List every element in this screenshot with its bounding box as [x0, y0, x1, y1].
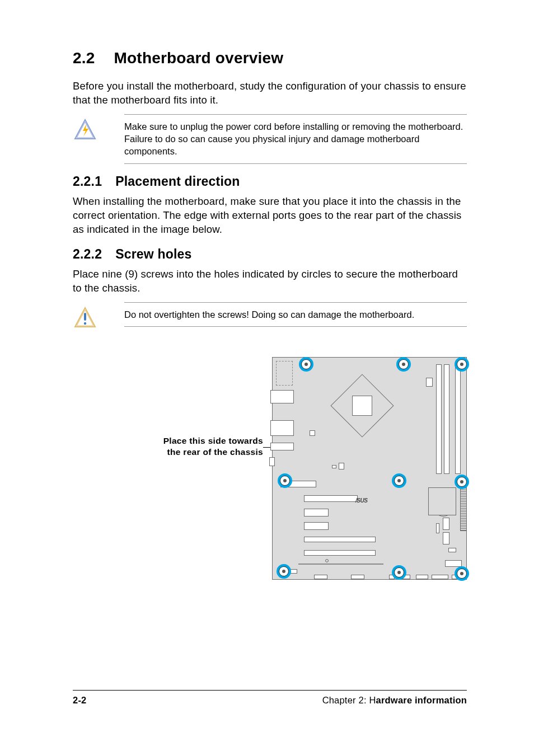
caution-callout: Do not overtighten the screws! Doing so …	[73, 302, 467, 327]
chip-g	[448, 548, 456, 552]
header-b2	[351, 575, 364, 579]
page-number: 2-2	[73, 695, 86, 706]
chip-f	[443, 532, 449, 544]
section-title: Motherboard overview	[114, 49, 284, 67]
screw-hole-3	[456, 359, 467, 370]
small-hole	[325, 559, 329, 562]
slot-row-f-line	[298, 564, 383, 565]
screw-hole-9	[456, 568, 467, 579]
screw-hole-7	[278, 566, 289, 577]
dimm-slot-3	[455, 364, 461, 474]
cpu-socket-inner	[352, 396, 372, 416]
slot-row-b	[304, 495, 358, 502]
motherboard-outline: /SUS	[272, 357, 467, 580]
chip-e	[443, 518, 449, 530]
paragraph-2: Place nine (9) screws into the holes ind…	[73, 267, 467, 295]
rear-port-block-1	[270, 390, 294, 403]
chip-h	[445, 560, 462, 567]
header-b5	[416, 575, 428, 579]
rear-port-block-2	[270, 420, 294, 436]
screw-hole-1	[301, 359, 312, 370]
subsection-number-1: 2.2.1	[73, 174, 102, 189]
dimm-slot-2	[444, 364, 449, 474]
exclamation-icon	[73, 307, 97, 331]
subsection-heading-2: 2.2.2Screw holes	[73, 247, 467, 262]
header-b1	[314, 575, 327, 579]
chipset-1	[428, 487, 456, 515]
chapter-label: Chapter 2: Hardware information	[322, 695, 467, 706]
slot-row-c1	[304, 509, 329, 516]
screw-hole-4	[279, 475, 291, 486]
chip-b	[339, 463, 344, 469]
screw-hole-5	[394, 475, 405, 486]
diagram-side-label: Place this side towards the rear of the …	[163, 435, 263, 458]
screw-hole-8	[394, 567, 405, 578]
chip-d	[436, 523, 439, 533]
chip-a	[310, 430, 315, 436]
svg-marker-2	[83, 124, 88, 137]
subsection-title-1: Placement direction	[115, 174, 240, 189]
intro-paragraph: Before you install the motherboard, stud…	[73, 79, 467, 107]
section-heading: 2.2Motherboard overview	[73, 49, 467, 67]
dimm-slot-1	[436, 364, 442, 474]
slot-row-c2	[304, 522, 329, 530]
chapter-prefix: Chapter 2: H	[322, 695, 376, 705]
svg-rect-5	[84, 313, 86, 321]
dimm-clip	[426, 378, 433, 387]
rear-port-dashed	[276, 361, 293, 386]
danger-callout-text: Make sure to unplug the power cord befor…	[124, 114, 467, 164]
subsection-number-2: 2.2.2	[73, 247, 102, 262]
diagram-label-line2: the rear of the chassis	[163, 447, 263, 458]
danger-callout: Make sure to unplug the power cord befor…	[73, 114, 467, 164]
slot-row-e	[304, 550, 376, 556]
caution-callout-text: Do not overtighten the screws! Doing so …	[124, 302, 467, 327]
screw-hole-2	[398, 359, 409, 370]
slot-row-d	[304, 537, 376, 542]
brand-mark: /SUS	[355, 497, 367, 504]
rear-port-block-3	[270, 443, 294, 450]
chip-c	[332, 465, 336, 468]
diagram-label-line1: Place this side towards	[163, 435, 263, 447]
screw-hole-6	[456, 476, 467, 487]
page-footer: 2-2 Chapter 2: Hardware information	[73, 690, 467, 706]
chapter-rest: ardware information	[376, 695, 467, 705]
paragraph-1: When installing the motherboard, make su…	[73, 195, 467, 237]
subsection-heading-1: 2.2.1Placement direction	[73, 174, 467, 189]
svg-point-6	[84, 322, 86, 324]
motherboard-diagram: Place this side towards the rear of the …	[73, 357, 467, 603]
lightning-icon	[73, 119, 97, 143]
header-b6	[432, 575, 448, 579]
section-number: 2.2	[73, 49, 95, 67]
subsection-title-2: Screw holes	[115, 247, 191, 261]
rear-port-notch	[269, 457, 275, 466]
